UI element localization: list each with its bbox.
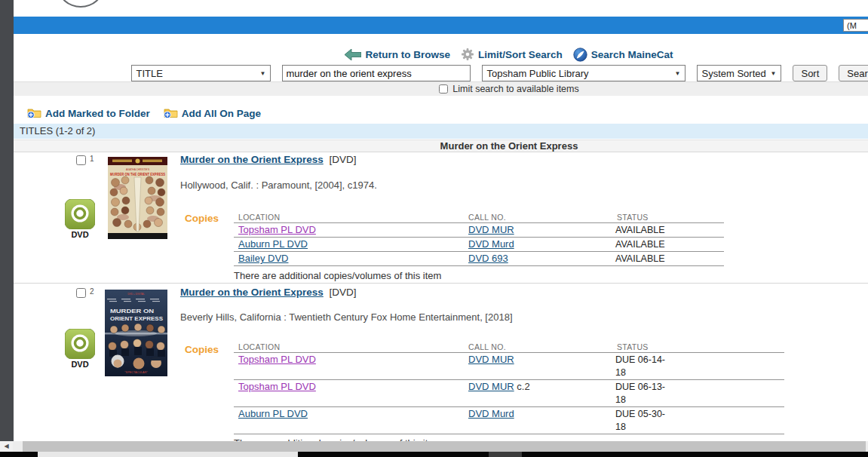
top-blue-bar: (M <box>14 17 868 34</box>
copy-row: Bailey DVDDVD 693AVAILABLE <box>234 252 724 266</box>
chevron-down-icon: ▼ <box>260 70 266 77</box>
additional-copies-note: There are additional copies/volumes of t… <box>234 270 441 281</box>
spacer-cell <box>670 353 784 380</box>
status-text: DUE 06-14-18 <box>615 354 670 379</box>
scrollbar-thumb[interactable] <box>23 441 866 452</box>
record-title-link[interactable]: Murder on the Orient Express <box>180 287 324 298</box>
chevron-down-icon: ▼ <box>771 70 777 77</box>
media-type-label: DVD <box>62 230 98 239</box>
nav-row: Return to Browse Limit/Sort Search Searc… <box>14 45 868 63</box>
copy-row: Topsham PL DVDDVD MUR c.2DUE 06-13-18 <box>234 380 784 407</box>
limit-sort-link[interactable]: Limit/Sort Search <box>461 48 563 61</box>
scroll-left-arrow-icon[interactable]: ◀ <box>0 441 13 452</box>
return-to-browse-label: Return to Browse <box>365 49 450 60</box>
media-type-label: DVD <box>62 360 98 369</box>
dvd-disc-icon <box>62 329 98 359</box>
call-number-link[interactable]: DVD MUR <box>468 224 514 235</box>
horizontal-scrollbar[interactable]: ◀ <box>0 441 868 452</box>
record-2-checkbox[interactable] <box>76 288 86 298</box>
call-number-link[interactable]: DVD MUR <box>468 381 514 392</box>
add-all-label: Add All On Page <box>182 108 261 119</box>
status-text: DUE 05-30-18 <box>615 408 670 434</box>
call-number-link[interactable]: DVD Murd <box>468 238 514 250</box>
search-button[interactable]: Search <box>839 65 868 81</box>
folder-toolbar: Add Marked to Folder Add All On Page <box>27 105 261 121</box>
limit-sort-label: Limit/Sort Search <box>478 49 563 60</box>
search-scope-value: Topsham Public Library <box>486 68 588 79</box>
location-link[interactable]: Topsham PL DVD <box>238 381 316 392</box>
sort-order-value: System Sorted <box>701 68 765 79</box>
svg-text:MURDER ON: MURDER ON <box>110 308 154 314</box>
record-title-line: Murder on the Orient Express [DVD] <box>180 287 357 298</box>
location-link[interactable]: Topsham PL DVD <box>238 354 316 365</box>
status-text: AVAILABLE <box>615 238 665 251</box>
dvd-cover-2017: DVD + DIGITALMURDER ONORIENT EXPRESS“SPE… <box>105 290 167 379</box>
status-text: AVAILABLE <box>615 253 665 265</box>
library-logo <box>57 0 104 8</box>
taskbar-edge <box>0 452 868 457</box>
result-record-1: 1 AGATHA CHRISTIE'SMURDER ON THE ORIENT … <box>14 152 868 283</box>
copy-row: Auburn PL DVDDVD MurdAVAILABLE <box>234 238 724 252</box>
search-query-input[interactable] <box>282 65 471 81</box>
record-title-line: Murder on the Orient Express [DVD] <box>180 154 357 165</box>
record-title-link[interactable]: Murder on the Orient Express <box>180 154 324 165</box>
record-format: [DVD] <box>330 154 357 165</box>
call-number-link[interactable]: DVD MUR <box>468 354 514 365</box>
location-link[interactable]: Auburn PL DVD <box>238 238 308 250</box>
browse-heading: Murder on the Orient Express <box>14 140 868 152</box>
copies-header-row: LOCATION CALL NO. STATUS <box>234 341 784 353</box>
record-1-checkbox[interactable] <box>76 155 86 165</box>
left-rail <box>0 0 14 441</box>
copy-row: Topsham PL DVDDVD MURDUE 06-14-18 <box>234 353 784 380</box>
limit-available-checkbox[interactable] <box>439 84 448 94</box>
search-mainecat-label: Search MaineCat <box>591 49 673 60</box>
search-form: TITLE ▼ Topsham Public Library ▼ System … <box>14 65 868 81</box>
status-text: AVAILABLE <box>615 224 665 237</box>
search-scope-select[interactable]: Topsham Public Library ▼ <box>482 65 686 81</box>
location-link[interactable]: Bailey DVD <box>238 253 288 264</box>
call-number-link[interactable]: DVD 693 <box>468 253 508 264</box>
column-header-callno: CALL NO. <box>464 211 612 223</box>
add-all-button[interactable]: Add All On Page <box>164 106 261 121</box>
taskbar-edge-light-segment <box>38 452 298 457</box>
copies-table: LOCATION CALL NO. STATUS Topsham PL DVDD… <box>234 211 724 266</box>
limit-row: Limit search to available items <box>14 81 868 96</box>
svg-text:ORIENT EXPRESS: ORIENT EXPRESS <box>110 315 164 322</box>
copies-header-row: LOCATION CALL NO. STATUS <box>234 211 724 223</box>
taskbar-edge-gray-segment <box>489 452 522 457</box>
column-header-status: STATUS <box>612 211 724 223</box>
search-index-select[interactable]: TITLE ▼ <box>131 65 271 81</box>
media-type-badge: DVD <box>62 329 98 369</box>
column-header-location: LOCATION <box>234 341 464 353</box>
dvd-disc-icon <box>62 199 98 229</box>
svg-text:“SPECTACULAR”: “SPECTACULAR” <box>124 371 148 374</box>
add-marked-label: Add Marked to Folder <box>45 108 150 119</box>
add-marked-button[interactable]: Add Marked to Folder <box>27 106 150 121</box>
mainecat-globe-icon <box>573 48 587 62</box>
search-mainecat-link[interactable]: Search MaineCat <box>573 48 673 62</box>
record-imprint: Hollywood, Calif. : Paramount, [2004], c… <box>180 179 377 191</box>
copy-row: Auburn PL DVDDVD MurdDUE 05-30-18 <box>234 407 784 434</box>
sort-button[interactable]: Sort <box>793 65 827 81</box>
back-arrow-icon <box>345 49 361 60</box>
catalog-results-page: (M Return to Browse Limit/Sort Search Se… <box>0 0 868 457</box>
dvd-cover-1974: AGATHA CHRISTIE'SMURDER ON THE ORIENT EX… <box>108 157 167 242</box>
record-number: 2 <box>90 287 94 296</box>
svg-text:AGATHA CHRISTIE'S: AGATHA CHRISTIE'S <box>126 168 149 171</box>
limit-available-label: Limit search to available items <box>452 84 578 94</box>
copies-label: Copies <box>185 344 219 355</box>
sort-order-select[interactable]: System Sorted ▼ <box>697 65 781 81</box>
spacer-cell <box>670 407 784 434</box>
media-type-badge: DVD <box>62 199 98 239</box>
record-number: 1 <box>90 155 94 163</box>
call-number-link[interactable]: DVD Murd <box>468 408 514 419</box>
location-link[interactable]: Auburn PL DVD <box>238 408 308 419</box>
return-to-browse-link[interactable]: Return to Browse <box>345 49 450 60</box>
status-text: DUE 06-13-18 <box>615 381 670 406</box>
top-right-select[interactable]: (M <box>843 19 868 32</box>
folder-add-icon <box>164 106 178 121</box>
column-header-location: LOCATION <box>234 211 464 223</box>
column-header-status: STATUS <box>612 341 670 353</box>
copies-table: LOCATION CALL NO. STATUS Topsham PL DVDD… <box>234 341 784 434</box>
location-link[interactable]: Topsham PL DVD <box>238 224 316 235</box>
